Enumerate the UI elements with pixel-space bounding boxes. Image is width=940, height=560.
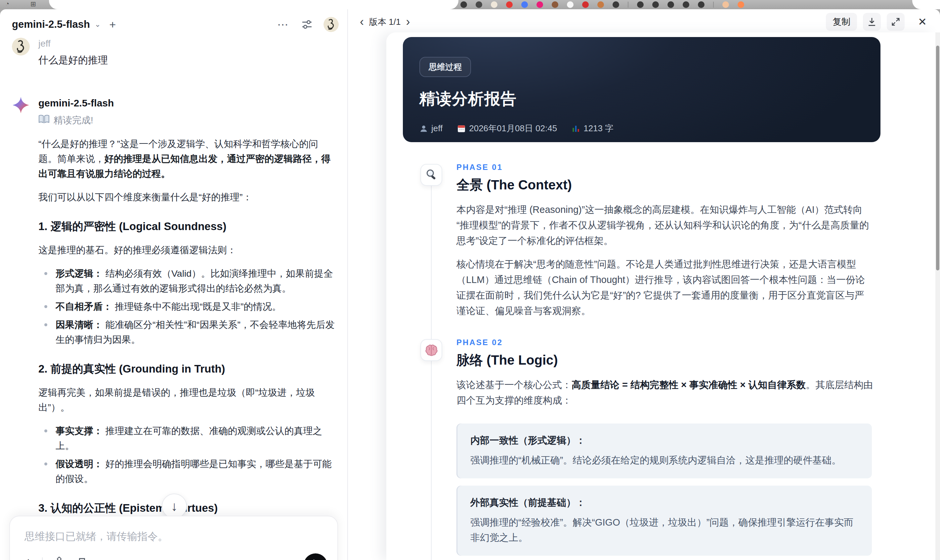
bullet-item: 事实支撑： 推理建立在可靠的数据、准确的观测或公认的真理之上。 (39, 423, 336, 453)
download-icon[interactable] (863, 13, 881, 31)
user-message-text: 什么是好的推理 (39, 54, 336, 67)
close-icon[interactable]: ✕ (911, 13, 933, 31)
browser-right-pill[interactable] (912, 0, 940, 9)
gemini-star-icon (12, 96, 30, 114)
extension-icon[interactable] (667, 2, 674, 8)
report-title: 精读分析报告 (419, 88, 864, 109)
extension-icon[interactable] (461, 2, 467, 8)
extension-icon[interactable] (491, 2, 498, 8)
extension-icon[interactable] (738, 2, 744, 8)
screen: ◔ ⊞ gemini-2.5-flash ⌄ + ⋯ (0, 0, 940, 560)
scrollbar-thumb[interactable] (936, 46, 939, 271)
attach-button[interactable]: + (25, 555, 32, 560)
bullet-item: 不自相矛盾： 推理链条中不能出现“既是又非”的情况。 (39, 299, 336, 314)
extension-icon[interactable] (552, 2, 558, 8)
toolbar-divider (42, 557, 43, 560)
bold-text: 假设透明： (55, 458, 103, 469)
bold-text: 事实支撑： (55, 425, 103, 436)
section-heading: 1. 逻辑的严密性 (Logical Soundness) (39, 219, 336, 234)
assistant-paragraph: “什么是好的推理？”这是一个涉及逻辑学、认知科学和哲学核心的问题。简单来说，好的… (39, 137, 336, 181)
commands-icon[interactable] (52, 556, 66, 560)
chat-panel: gemini-2.5-flash ⌄ + ⋯ (0, 9, 347, 560)
card-title: 内部一致性（形式逻辑）： (470, 434, 858, 447)
phase-paragraph: 该论述基于一个核心公式：高质量结论 = 结构完整性 × 事实准确性 × 认知自律… (456, 377, 873, 408)
magnifier-icon (424, 168, 438, 182)
bold-text: 因果清晰： (55, 319, 103, 330)
section-heading: 3. 认知的公正性 (Epistemic Virtues) (39, 501, 336, 516)
extension-icon[interactable] (722, 2, 729, 8)
message-list: jeff 什么是好的推理 gemini-2.5-flash (12, 38, 336, 560)
card-title: 外部真实性（前提基础）： (470, 496, 858, 509)
scrollbar-track[interactable] (935, 32, 940, 560)
extension-icon[interactable] (637, 2, 644, 8)
input-toolbar: + (25, 555, 88, 560)
phase-node-icon (421, 164, 442, 186)
text-run: 我们可以从以下四个维度来衡量什么是“好的推理”： (39, 192, 252, 202)
assistant-paragraph: 这是推理的基石。好的推理必须遵循逻辑法则： (39, 243, 336, 257)
assistant-paragraph: 逻辑再完美，如果前提是错误的，推理也是垃圾（即“垃圾进，垃圾出”）。 (39, 385, 336, 415)
hero-badge: 思维过程 (419, 57, 471, 77)
bullet-list: 形式逻辑： 结构必须有效（Valid）。比如演绎推理中，如果前提全部为真，那么通… (39, 266, 336, 347)
panel-divider[interactable] (347, 9, 348, 560)
user-avatar[interactable] (324, 17, 339, 32)
expand-icon[interactable] (887, 13, 905, 31)
text-run: 本内容是对“推理 (Reasoning)”这一抽象概念的高层建模。在知识爆炸与人… (456, 204, 869, 246)
extension-icon[interactable] (698, 2, 704, 8)
more-icon[interactable]: ⋯ (277, 18, 289, 31)
section-heading: 2. 前提的真实性 (Grounding in Truth) (39, 362, 336, 377)
logic-card: 外部真实性（前提基础）：强调推理的“经验校准”。解决“GIGO（垃圾进，垃圾出）… (456, 486, 872, 556)
chevron-down-icon[interactable]: ⌄ (95, 20, 100, 29)
app-window: gemini-2.5-flash ⌄ + ⋯ (0, 9, 940, 560)
phase-paragraph: 核心情境在于解决“思考的随意性”问题。不论是人类通过批判性思维进行决策，还是大语… (456, 257, 873, 318)
version-next-button[interactable]: › (402, 16, 413, 28)
person-icon (419, 124, 428, 133)
grid-icon[interactable]: ⊞ (31, 0, 36, 8)
user-message: jeff 什么是好的推理 (12, 38, 336, 67)
author-meta: jeff (419, 123, 442, 134)
version-prev-button[interactable]: ‹ (356, 16, 367, 28)
new-chat-button[interactable]: + (109, 18, 116, 31)
input-placeholder: 思维接口已就绪，请传输指令。 (25, 529, 323, 543)
assistant-paragraph: 我们可以从以下四个维度来衡量什么是“好的推理”： (39, 190, 336, 205)
sliders-icon[interactable] (300, 18, 314, 31)
voice-input-button[interactable] (304, 553, 327, 560)
browser-toolbar: ◔ ⊞ (0, 0, 940, 9)
assistant-status: 精读完成! (39, 114, 336, 127)
history-icon[interactable]: ◔ (5, 0, 9, 8)
report-document: 思维过程 精读分析报告 jeff 2026年01月08日 02:45 1213 … (403, 37, 880, 560)
model-title[interactable]: gemini-2.5-flash (12, 18, 90, 31)
report-meta: jeff 2026年01月08日 02:45 1213 字 (419, 123, 864, 134)
bookmark-icon[interactable] (76, 557, 88, 560)
user-name: jeff (39, 38, 336, 49)
phase-label: PHASE 01 (456, 163, 880, 172)
arrow-down-icon: ↓ (171, 499, 177, 514)
extension-icon[interactable] (521, 2, 528, 8)
text-run: 核心情境在于解决“思考的随意性”问题。不论是人类通过批判性思维进行决策，还是大语… (456, 259, 865, 316)
extension-icon[interactable] (683, 2, 689, 8)
chat-header: gemini-2.5-flash ⌄ + ⋯ (12, 15, 339, 34)
extension-icon[interactable] (613, 2, 619, 8)
bullet-list: 事实支撑： 推理建立在可靠的数据、准确的观测或公认的真理之上。假设透明： 好的推… (39, 423, 336, 486)
phase-timeline: PHASE 01全景 (The Context)本内容是对“推理 (Reason… (403, 163, 880, 560)
extension-icon[interactable] (582, 2, 589, 8)
phase-paragraph: 本内容是对“推理 (Reasoning)”这一抽象概念的高层建模。在知识爆炸与人… (456, 202, 873, 249)
copy-button[interactable]: 复制 (826, 13, 857, 31)
bullet-item: 形式逻辑： 结构必须有效（Valid）。比如演绎推理中，如果前提全部为真，那么通… (39, 266, 336, 296)
bullet-item: 假设透明： 好的推理会明确指明哪些是已知事实，哪些是基于可能的假设。 (39, 457, 336, 486)
scroll-to-bottom-button[interactable]: ↓ (162, 494, 187, 518)
version-label: 版本 1/1 (369, 16, 401, 28)
extension-icon[interactable] (476, 2, 482, 8)
extension-icon[interactable] (597, 2, 604, 8)
bar-chart-icon (572, 124, 580, 133)
bold-text: 形式逻辑： (55, 268, 103, 278)
extension-icon[interactable] (652, 2, 659, 8)
url-bar[interactable] (49, 0, 458, 9)
extension-icon[interactable] (506, 2, 513, 8)
phase-label: PHASE 02 (456, 338, 880, 347)
chat-input[interactable]: 思维接口已就绪，请传输指令。 + (9, 516, 338, 560)
artifact-toolbar: ‹ 版本 1/1 › 复制 ✕ (356, 12, 933, 31)
text-run: 该论述基于一个核心公式： (456, 380, 572, 390)
assistant-content: “什么是好的推理？”这是一个涉及逻辑学、认知科学和哲学核心的问题。简单来说，好的… (39, 137, 336, 560)
extension-icon[interactable] (536, 2, 543, 8)
extension-icon[interactable] (567, 2, 573, 8)
